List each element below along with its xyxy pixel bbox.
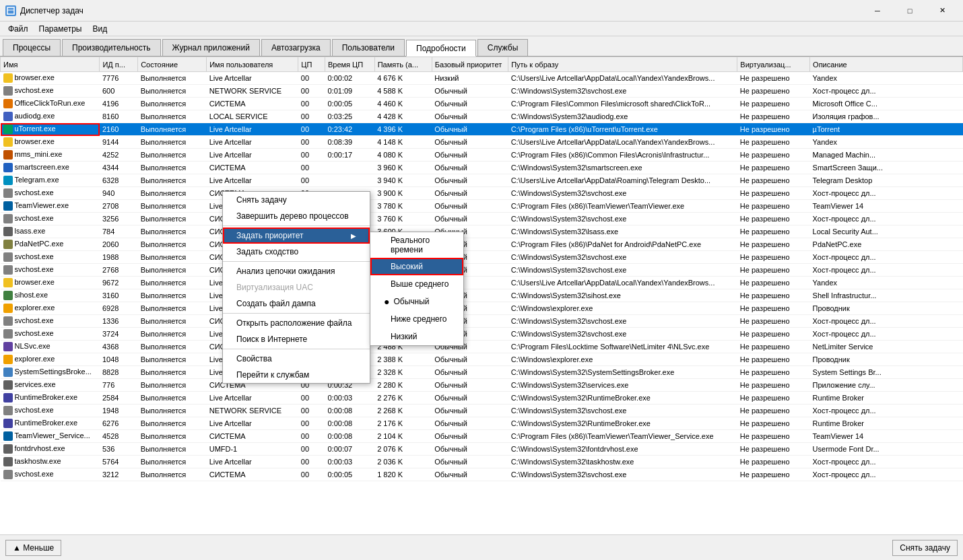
table-row[interactable]: svchost.exe1948ВыполняетсяNETWORK SERVIC… bbox=[1, 405, 963, 417]
prio-high[interactable]: Высокий bbox=[370, 258, 463, 275]
table-row[interactable]: PdaNetPC.exe2060ВыполняетсяСИСТЕМА003 09… bbox=[1, 238, 963, 251]
window-controls: ─ □ ✕ bbox=[862, 0, 958, 22]
col-header-path[interactable]: Путь к образу bbox=[508, 57, 737, 72]
prio-low[interactable]: Низкий bbox=[370, 328, 463, 345]
cm-item-kill-tree[interactable]: Завершить дерево процессов bbox=[223, 208, 370, 224]
cm-item-priority[interactable]: Задать приоритет ▶ bbox=[223, 228, 370, 244]
cm-item-uac: Виртуализация UAC bbox=[223, 279, 370, 295]
process-table-body: browser.exe7776ВыполняетсяLive Artcellar… bbox=[1, 72, 963, 481]
table-row[interactable]: svchost.exe600ВыполняетсяNETWORK SERVICE… bbox=[1, 85, 963, 98]
cm-item-wait-chain[interactable]: Анализ цепочки ожидания bbox=[223, 263, 370, 279]
table-row[interactable]: browser.exe9672ВыполняетсяLive Artcellar… bbox=[1, 277, 963, 289]
cm-item-goto-services[interactable]: Перейти к службам bbox=[223, 367, 370, 383]
priority-submenu-arrow: ▶ bbox=[351, 232, 356, 240]
table-row[interactable]: TeamViewer.exe2708ВыполняетсяLive Artcel… bbox=[1, 200, 963, 213]
cm-item-open-location[interactable]: Открыть расположение файла bbox=[223, 315, 370, 331]
prio-above-normal[interactable]: Выше среднего bbox=[370, 275, 463, 293]
col-header-time[interactable]: Время ЦП bbox=[325, 57, 374, 72]
tab-performance[interactable]: Производительность bbox=[62, 39, 160, 56]
table-row[interactable]: services.exe776ВыполняетсяСИСТЕМА000:00:… bbox=[1, 379, 963, 392]
prio-normal-bullet: ● bbox=[384, 296, 389, 307]
table-row[interactable]: NLSvc.exe4368ВыполняетсяСИСТЕМА000:00:02… bbox=[1, 341, 963, 353]
table-row[interactable]: svchost.exe940ВыполняетсяСИСТЕМА003 900 … bbox=[1, 187, 963, 200]
table-row[interactable]: explorer.exe6928ВыполняетсяLive Artcella… bbox=[1, 302, 963, 315]
menu-view[interactable]: Вид bbox=[87, 23, 112, 35]
table-row[interactable]: Telegram.exe6328ВыполняетсяLive Artcella… bbox=[1, 174, 963, 187]
cm-item-search[interactable]: Поиск в Интернете bbox=[223, 331, 370, 347]
title-bar: Диспетчер задач ─ □ ✕ bbox=[0, 0, 963, 22]
main-content: Имя ИД п... Состояние Имя пользователя Ц… bbox=[0, 57, 963, 534]
prio-below-normal[interactable]: Ниже среднего bbox=[370, 310, 463, 328]
table-row[interactable]: sihost.exe3160ВыполняетсяLive Artcellar0… bbox=[1, 289, 963, 302]
cm-separator-1 bbox=[223, 225, 370, 226]
context-menu: Снять задачу Завершить дерево процессов … bbox=[222, 191, 370, 384]
bottom-bar: ▲ Меньше Снять задачу bbox=[0, 534, 963, 560]
col-header-prio[interactable]: Базовый приоритет bbox=[432, 57, 508, 72]
chevron-down-icon: ▲ bbox=[13, 543, 23, 553]
table-row[interactable]: svchost.exe3724ВыполняетсяLive Artcellar… bbox=[1, 328, 963, 341]
window-title: Диспетчер задач bbox=[20, 6, 84, 15]
tab-processes[interactable]: Процессы bbox=[3, 39, 61, 56]
tab-bar: Процессы Производительность Журнал прило… bbox=[0, 36, 963, 57]
cm-separator-3 bbox=[223, 313, 370, 314]
menu-file[interactable]: Файл bbox=[3, 23, 34, 35]
table-row[interactable]: RuntimeBroker.exe2584ВыполняетсяLive Art… bbox=[1, 392, 963, 405]
table-row[interactable]: taskhostw.exe5764ВыполняетсяLive Artcell… bbox=[1, 456, 963, 468]
tab-app-history[interactable]: Журнал приложений bbox=[162, 39, 260, 56]
table-row[interactable]: svchost.exe1988ВыполняетсяСИСТЕМА003 056… bbox=[1, 251, 963, 264]
tab-startup[interactable]: Автозагрузка bbox=[261, 39, 331, 56]
table-row[interactable]: svchost.exe3256ВыполняетсяСИСТЕМА003 760… bbox=[1, 213, 963, 225]
table-row[interactable]: svchost.exe1336ВыполняетсяСИСТЕМА000:00:… bbox=[1, 315, 963, 328]
menu-bar: Файл Параметры Вид bbox=[0, 22, 963, 36]
tab-details[interactable]: Подробности bbox=[406, 40, 476, 57]
process-table: Имя ИД п... Состояние Имя пользователя Ц… bbox=[0, 57, 963, 481]
table-row[interactable]: TeamViewer_Service...4528ВыполняетсяСИСТ… bbox=[1, 430, 963, 443]
table-row[interactable]: smartscreen.exe4344ВыполняетсяСИСТЕМА003… bbox=[1, 162, 963, 174]
cm-item-dump[interactable]: Создать файл дампа bbox=[223, 295, 370, 312]
table-row[interactable]: browser.exe7776ВыполняетсяLive Artcellar… bbox=[1, 72, 963, 85]
table-row[interactable]: browser.exe9144ВыполняетсяLive Artcellar… bbox=[1, 136, 963, 149]
less-button[interactable]: ▲ Меньше bbox=[5, 540, 61, 556]
title-bar-left: Диспетчер задач bbox=[5, 5, 84, 16]
table-row[interactable]: mms_mini.exe4252ВыполняетсяLive Artcella… bbox=[1, 149, 963, 162]
svg-rect-0 bbox=[7, 7, 14, 14]
app-icon bbox=[5, 5, 16, 16]
table-row[interactable]: audiodg.exe8160ВыполняетсяLOCAL SERVICE0… bbox=[1, 110, 963, 123]
cm-item-affinity[interactable]: Задать сходство bbox=[223, 244, 370, 260]
close-button[interactable]: ✕ bbox=[927, 0, 958, 22]
tab-users[interactable]: Пользователи bbox=[332, 39, 405, 56]
table-row[interactable]: uTorrent.exe2160ВыполняетсяLive Artcella… bbox=[1, 123, 963, 136]
col-header-desc[interactable]: Описание bbox=[810, 57, 963, 72]
table-row[interactable]: explorer.exe1048ВыполняетсяLive Artcella… bbox=[1, 353, 963, 366]
col-header-virt[interactable]: Виртуализац... bbox=[737, 57, 810, 72]
cm-separator-2 bbox=[223, 261, 370, 262]
table-row[interactable]: OfficeClickToRun.exe4196ВыполняетсяСИСТЕ… bbox=[1, 98, 963, 110]
col-header-mem[interactable]: Память (а... bbox=[374, 57, 432, 72]
menu-params[interactable]: Параметры bbox=[34, 23, 88, 35]
col-header-pid[interactable]: ИД п... bbox=[100, 57, 138, 72]
minimize-button[interactable]: ─ bbox=[862, 0, 893, 22]
table-row[interactable]: svchost.exe3212ВыполняетсяСИСТЕМА000:00:… bbox=[1, 468, 963, 481]
cm-item-properties[interactable]: Свойства bbox=[223, 351, 370, 367]
col-header-name[interactable]: Имя bbox=[1, 57, 100, 72]
priority-submenu: Реального времени Высокий Выше среднего … bbox=[370, 232, 464, 346]
prio-normal[interactable]: ● Обычный bbox=[370, 293, 463, 310]
table-row[interactable]: RuntimeBroker.exe6276ВыполняетсяLive Art… bbox=[1, 417, 963, 430]
table-row[interactable]: SystemSettingsBroke...8828ВыполняетсяLiv… bbox=[1, 366, 963, 379]
process-table-wrapper[interactable]: Имя ИД п... Состояние Имя пользователя Ц… bbox=[0, 57, 963, 534]
table-row[interactable]: svchost.exe2768ВыполняетсяСИСТЕМА000:00:… bbox=[1, 264, 963, 277]
col-header-status[interactable]: Состояние bbox=[138, 57, 207, 72]
tab-services[interactable]: Службы bbox=[477, 39, 528, 56]
maximize-button[interactable]: □ bbox=[894, 0, 925, 22]
cm-item-kill-task[interactable]: Снять задачу bbox=[223, 192, 370, 208]
prio-realtime[interactable]: Реального времени bbox=[370, 232, 463, 258]
table-row[interactable]: lsass.exe784ВыполняетсяСИСТЕМА003 600 KО… bbox=[1, 225, 963, 238]
table-row[interactable]: fontdrvhost.exe536ВыполняетсяUMFD-1000:0… bbox=[1, 443, 963, 456]
col-header-user[interactable]: Имя пользователя bbox=[207, 57, 298, 72]
end-task-button[interactable]: Снять задачу bbox=[892, 540, 958, 556]
col-header-cpu[interactable]: ЦП bbox=[298, 57, 325, 72]
cm-separator-4 bbox=[223, 349, 370, 349]
